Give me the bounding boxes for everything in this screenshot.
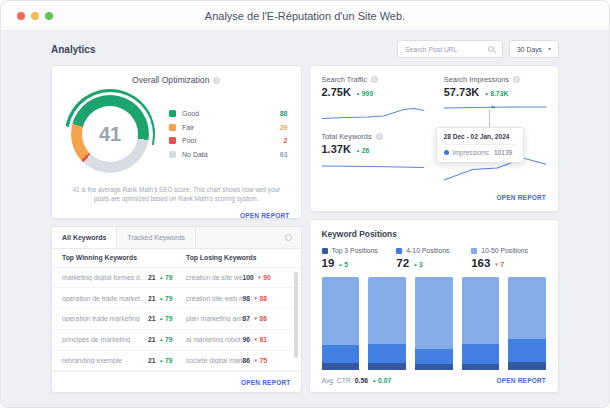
up-arrow-icon: 79: [159, 336, 173, 343]
settings-icon[interactable]: [285, 234, 292, 241]
bar-segment: [368, 277, 406, 344]
dashboard-grid: Overall Optimization 41 Good 88: [51, 65, 559, 393]
table-scrollbar[interactable]: [294, 272, 298, 358]
legend-swatch-poor: [169, 137, 176, 144]
up-arrow-icon: 5: [338, 261, 348, 268]
minimize-window-icon[interactable]: [31, 12, 39, 20]
legend-item-top3: Top 3 Positions 195: [322, 247, 397, 269]
toolbar-controls: 30 Days ▾: [397, 40, 559, 58]
metric-value: 1.37K: [322, 143, 351, 155]
bar-segment: [415, 277, 453, 349]
keywords-tabbar: All Keywords Tracked Keywords: [52, 227, 301, 249]
bar-segment: [415, 364, 453, 370]
overall-card-footer: OPEN REPORT: [63, 204, 290, 222]
close-window-icon[interactable]: [17, 12, 25, 20]
legend-item-poor: Poor 2: [169, 137, 288, 144]
title-bar: Analyse de l'E-Réputation d'un Site Web.: [1, 1, 609, 31]
app-window: Analyse de l'E-Réputation d'un Site Web.…: [0, 0, 610, 408]
winning-keyword: marketing digital formes d…: [62, 274, 148, 281]
losing-keyword: societe digital marketing: [186, 357, 243, 364]
open-report-link[interactable]: OPEN REPORT: [496, 377, 546, 384]
legend-item-fair: Fair 29: [169, 124, 288, 131]
hover-point-marker: [491, 106, 495, 108]
stacked-bar: [368, 277, 406, 370]
info-icon[interactable]: [213, 77, 220, 84]
legend-swatch-nodata: [169, 151, 176, 158]
chevron-down-icon: ▾: [548, 46, 551, 52]
down-arrow-icon: 75: [254, 357, 268, 364]
down-arrow-icon: 81: [254, 336, 268, 343]
date-range-value: 30 Days: [517, 46, 542, 53]
legend-value: 163: [471, 257, 490, 269]
legend-item-10-50: 10-50 Positions 1637: [471, 247, 546, 269]
losing-keyword: ai marketing robot: [186, 336, 243, 343]
bar-segment: [322, 277, 360, 345]
total-keywords-sparkline: [322, 160, 424, 180]
search-traffic-sparkline: [322, 103, 424, 123]
legend-swatch-top3: [322, 248, 328, 254]
open-report-link[interactable]: OPEN REPORT: [240, 212, 290, 219]
bar-segment: [462, 277, 500, 344]
table-row: opération trade marketing 2179 plan mark…: [52, 309, 301, 330]
legend-value: 88: [280, 110, 288, 117]
legend-value: 72: [396, 257, 409, 269]
tab-all-keywords[interactable]: All Keywords: [52, 227, 117, 248]
bar-segment: [508, 339, 546, 361]
legend-swatch-good: [169, 110, 176, 117]
stacked-bar: [322, 277, 360, 370]
keywords-card-footer: OPEN REPORT: [52, 371, 301, 392]
bar-segment: [462, 344, 500, 364]
tab-tracked-keywords[interactable]: Tracked Keywords: [117, 227, 196, 248]
winning-keyword: opération trade marketing: [62, 315, 148, 322]
search-post-url-box[interactable]: [397, 40, 503, 58]
losing-column-header: Top Losing Keywords: [186, 254, 291, 261]
metric-label: Search Impressions: [444, 75, 509, 84]
date-range-select[interactable]: 30 Days ▾: [509, 40, 559, 58]
positions-card-footer: Avg. CTR 0.56 0.07 OPEN REPORT: [322, 377, 547, 384]
search-input[interactable]: [398, 46, 480, 53]
legend-label: 10-50 Positions: [481, 247, 528, 254]
tooltip-value: 10139: [494, 149, 512, 156]
analytics-toolbar: Analytics 30 Days ▾: [51, 40, 559, 58]
stacked-bar: [415, 277, 453, 370]
up-arrow-icon: 8.73K: [484, 90, 508, 97]
legend-swatch-4-10: [396, 248, 402, 254]
open-report-link[interactable]: OPEN REPORT: [496, 194, 546, 201]
avg-ctr-label: Avg. CTR: [322, 377, 351, 384]
open-report-link[interactable]: OPEN REPORT: [241, 379, 291, 386]
bar-segment: [508, 277, 546, 339]
up-arrow-icon: 79: [159, 274, 173, 281]
table-row: opération de trade market… 2179 création…: [52, 288, 301, 309]
info-icon[interactable]: [371, 76, 378, 83]
keyword-positions-card: Keyword Positions Top 3 Positions 195 4-…: [309, 219, 560, 393]
metric-search-traffic: Search Traffic 2.75K999: [322, 75, 424, 127]
zoom-window-icon[interactable]: [45, 12, 53, 20]
bar-segment: [508, 362, 546, 370]
legend-label: Poor: [182, 137, 197, 144]
legend-label: Good: [182, 110, 199, 117]
winning-column-header: Top Winning Keywords: [62, 254, 148, 261]
metric-value: 2.75K: [322, 86, 351, 98]
winning-keyword: rebranding exemple: [62, 357, 148, 364]
legend-item-nodata: No Data 63: [169, 151, 288, 158]
left-column: Overall Optimization 41 Good 88: [51, 65, 302, 393]
search-icon: [488, 46, 494, 52]
overall-optimization-card: Overall Optimization 41 Good 88: [51, 65, 302, 219]
keywords-table-header: Top Winning Keywords Top Losing Keywords: [52, 249, 301, 268]
up-arrow-icon: 999: [356, 90, 373, 97]
bar-segment: [462, 364, 500, 370]
tooltip-connector-line: [489, 110, 490, 128]
info-icon[interactable]: [513, 76, 520, 83]
stacked-bar: [462, 277, 500, 370]
metric-label: Search Traffic: [322, 75, 367, 84]
up-arrow-icon: 79: [159, 315, 173, 322]
bar-segment: [368, 344, 406, 363]
bar-segment: [322, 345, 360, 364]
info-icon[interactable]: [376, 133, 383, 140]
optimization-score: 41: [65, 89, 155, 179]
bar-segment: [368, 363, 406, 370]
table-row: marketing digital formes d… 2179 créatio…: [52, 268, 301, 289]
losing-keyword: création site web maroc: [186, 295, 243, 302]
positions-legend: Top 3 Positions 195 4-10 Positions 723 1…: [322, 247, 547, 269]
legend-label: Top 3 Positions: [332, 247, 378, 254]
